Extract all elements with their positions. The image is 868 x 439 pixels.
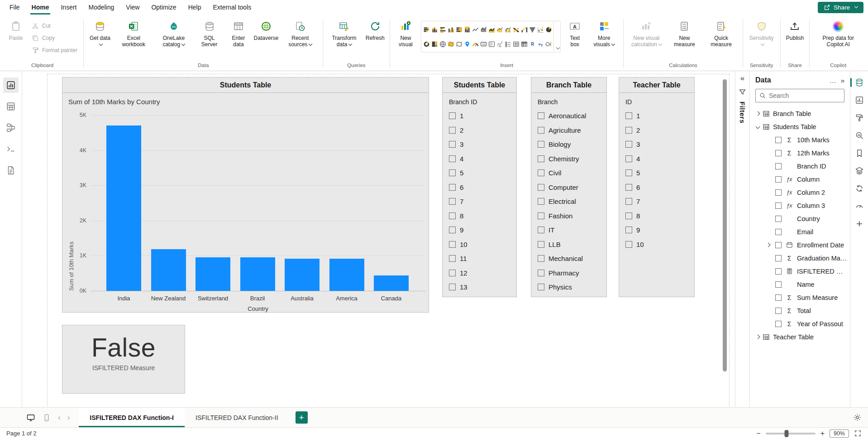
field-item-year-of-passout[interactable]: ΣYear of Passout <box>750 317 850 330</box>
checkbox[interactable] <box>449 270 456 276</box>
paste-button[interactable]: Paste <box>4 16 28 61</box>
canvas-scrollbar[interactable] <box>723 79 727 371</box>
table-item-branch-table[interactable]: Branch Table <box>750 107 850 120</box>
field-item-name[interactable]: Name <box>750 278 850 291</box>
clustered-bar-chart-icon[interactable] <box>439 25 447 34</box>
checkbox[interactable] <box>625 227 632 233</box>
table-icon[interactable] <box>512 40 520 48</box>
chevron-right-icon[interactable] <box>766 243 771 247</box>
checkbox[interactable] <box>449 184 456 191</box>
kpi-icon[interactable]: 42 <box>496 40 504 48</box>
menu-external-tools[interactable]: External tools <box>207 0 257 14</box>
bar-new-zealand[interactable] <box>151 249 186 291</box>
chevron-right-icon[interactable] <box>756 111 760 116</box>
matrix-icon[interactable] <box>520 40 528 48</box>
checkbox[interactable] <box>538 127 544 134</box>
checkbox[interactable] <box>449 227 456 233</box>
checkbox[interactable] <box>538 270 544 276</box>
bar-chart-visual[interactable]: Students Table Sum of 10th Marks by Coun… <box>62 77 429 313</box>
checkbox[interactable] <box>538 227 544 233</box>
format-painter-button[interactable]: Format painter <box>29 45 81 55</box>
copy-button[interactable]: Copy <box>29 33 81 43</box>
checkbox[interactable] <box>449 141 456 148</box>
100-stacked-column-chart-icon[interactable] <box>463 25 471 34</box>
slicer-item-6[interactable]: 6 <box>625 180 688 195</box>
checkbox[interactable] <box>775 308 782 314</box>
sensitivity-button[interactable]: Sensitivity <box>746 16 777 61</box>
desktop-view-icon[interactable] <box>26 413 35 422</box>
slicer-icon[interactable] <box>504 40 512 48</box>
checkbox[interactable] <box>449 241 456 248</box>
slicer-item-biology[interactable]: Biology <box>538 137 600 152</box>
selection-pane-icon[interactable] <box>853 164 866 178</box>
checkbox[interactable] <box>775 229 782 235</box>
checkbox[interactable] <box>449 127 456 134</box>
slicer-item-2[interactable]: 2 <box>449 123 510 138</box>
next-page-arrow[interactable]: › <box>67 413 70 422</box>
slicer-item-12[interactable]: 12 <box>449 266 510 280</box>
data-pane-icon[interactable] <box>853 76 866 89</box>
slicer-item-2[interactable]: 2 <box>625 123 688 138</box>
cut-button[interactable]: Cut <box>29 21 81 31</box>
slicer-item-computer[interactable]: Computer <box>538 180 600 195</box>
field-item-total[interactable]: ΣTotal <box>750 304 850 317</box>
zoom-in-button[interactable]: + <box>820 430 825 437</box>
report-view-button[interactable] <box>3 77 19 93</box>
expand-filters-button[interactable]: « <box>740 74 744 83</box>
field-item-email[interactable]: Email <box>750 225 850 238</box>
slicer-teacher-table[interactable]: Teacher Table ID 12345678910 <box>619 77 695 297</box>
slicer-item-7[interactable]: 7 <box>625 194 688 209</box>
checkbox[interactable] <box>625 127 632 134</box>
clustered-column-chart-icon[interactable] <box>447 25 455 34</box>
slicer-item-it[interactable]: IT <box>538 223 600 237</box>
transform-data-button[interactable]: Transform data <box>326 16 362 61</box>
python-visual-icon[interactable]: Py <box>536 40 544 48</box>
fit-to-page-icon[interactable] <box>854 429 862 437</box>
excel-workbook-button[interactable]: Excel workbook <box>114 16 153 61</box>
slicer-item-1[interactable]: 1 <box>625 109 688 123</box>
add-pane-icon[interactable] <box>853 217 866 231</box>
prev-page-arrow[interactable]: ‹ <box>58 413 61 422</box>
slicer-item-10[interactable]: 10 <box>449 237 510 252</box>
tmdl-view-button[interactable] <box>3 163 19 178</box>
checkbox[interactable] <box>775 203 782 209</box>
field-item-column-3[interactable]: ƒxColumn 3 <box>750 199 850 212</box>
checkbox[interactable] <box>449 169 456 176</box>
checkbox[interactable] <box>775 321 782 327</box>
checkbox[interactable] <box>775 281 782 288</box>
new-measure-button[interactable]: New measure <box>667 16 701 61</box>
map-icon[interactable] <box>439 40 447 48</box>
table-item-teacher-table[interactable]: Teacher Table <box>750 330 850 343</box>
pie-chart-icon[interactable] <box>544 25 553 34</box>
share-button[interactable]: Share <box>818 2 863 13</box>
checkbox[interactable] <box>538 255 544 262</box>
gauge-icon[interactable] <box>471 40 479 48</box>
slicer-item-llb[interactable]: LLB <box>538 237 600 252</box>
slicer-item-5[interactable]: 5 <box>449 166 510 180</box>
checkbox[interactable] <box>538 141 544 148</box>
analytics-pane-icon[interactable] <box>853 129 866 142</box>
checkbox[interactable] <box>625 155 632 162</box>
checkbox[interactable] <box>449 255 456 262</box>
slicer-item-mechanical[interactable]: Mechanical <box>538 251 600 266</box>
checkbox[interactable] <box>538 184 544 191</box>
slicer-item-3[interactable]: 3 <box>449 137 510 152</box>
bar-america[interactable] <box>329 259 364 291</box>
dax-query-view-button[interactable] <box>3 141 19 157</box>
checkbox[interactable] <box>538 112 544 119</box>
slicer-item-1[interactable]: 1 <box>449 109 510 123</box>
slicer-students-table[interactable]: Students Table Branch ID 123456789101112… <box>442 77 517 297</box>
checkbox[interactable] <box>538 169 544 176</box>
chevron-right-icon[interactable] <box>756 335 760 339</box>
slicer-item-9[interactable]: 9 <box>449 223 510 237</box>
checkbox[interactable] <box>449 155 456 162</box>
menu-home[interactable]: Home <box>26 0 55 14</box>
azure-map-icon[interactable] <box>463 40 471 48</box>
100-stacked-bar-chart-icon[interactable] <box>455 25 463 34</box>
slicer-item-agriculture[interactable]: Agriculture <box>538 123 600 138</box>
page-tab-isfiltered-dax-function-ii[interactable]: ISFILTERED DAX Function-II <box>185 408 289 427</box>
key-influencers-icon[interactable] <box>544 40 553 48</box>
checkbox[interactable] <box>775 176 782 183</box>
field-item-sum-measure[interactable]: ΣSum Measure <box>750 291 850 304</box>
field-item-country[interactable]: Country <box>750 212 850 225</box>
